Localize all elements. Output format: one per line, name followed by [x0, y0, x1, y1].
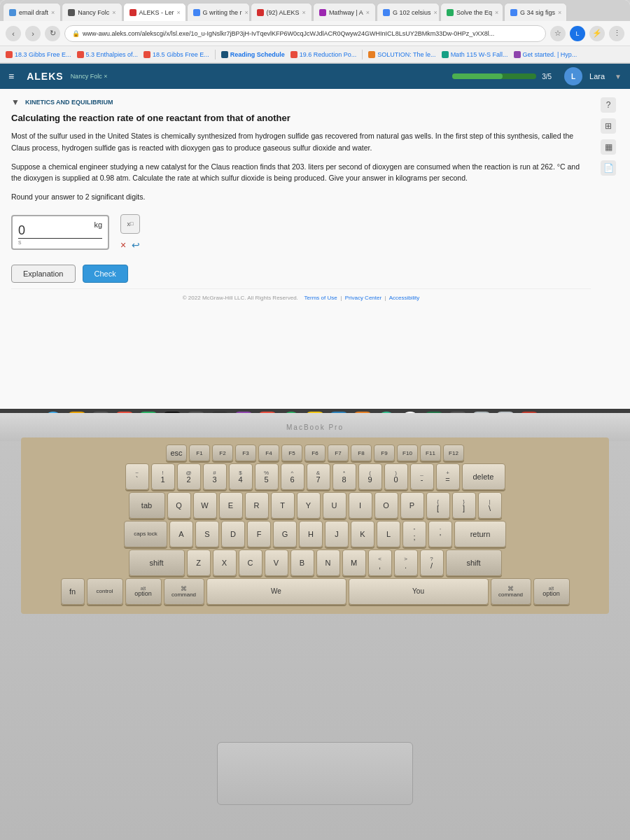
key-y[interactable]: Y [297, 492, 321, 519]
browser-tab-aleks[interactable]: ALEKS - Ler × [123, 3, 186, 21]
menu-button[interactable]: ⋮ [609, 26, 624, 41]
key-b[interactable]: B [290, 550, 314, 576]
key-e[interactable]: E [219, 492, 243, 519]
back-button[interactable]: ‹ [6, 26, 21, 41]
key-rbracket[interactable]: }] [452, 492, 476, 519]
key-quote[interactable]: '' [428, 521, 452, 547]
key-4[interactable]: $4 [229, 463, 253, 490]
key-f12[interactable]: F12 [443, 444, 464, 461]
bookmark-solution[interactable]: SOLUTION: The le... [368, 51, 435, 58]
key-g[interactable]: G [273, 521, 297, 547]
browser-tab-google2[interactable]: G 102 celsius × [377, 3, 440, 21]
collapse-arrow[interactable]: ▼ [11, 97, 20, 107]
hamburger-icon[interactable]: ≡ [8, 71, 14, 82]
accessibility-link[interactable]: Accessibility [389, 295, 420, 301]
key-v[interactable]: V [265, 550, 288, 576]
answer-input-box[interactable]: kg 0 s [11, 215, 109, 250]
key-w[interactable]: W [193, 492, 217, 519]
key-u[interactable]: U [323, 492, 346, 519]
key-f[interactable]: F [247, 521, 271, 547]
key-f9[interactable]: F9 [374, 444, 395, 461]
browser-tab-mathway[interactable]: Mathway | A × [313, 3, 376, 21]
bookmark-gibbs2[interactable]: 18.5 Gibbs Free E... [144, 51, 209, 58]
browser-tab-email[interactable]: email draft × [3, 3, 61, 21]
key-f10[interactable]: F10 [397, 444, 418, 461]
key-esc[interactable]: esc [166, 444, 187, 461]
key-a[interactable]: A [169, 521, 193, 547]
key-f1[interactable]: F1 [189, 444, 210, 461]
key-f3[interactable]: F3 [235, 444, 256, 461]
key-p[interactable]: P [400, 492, 424, 519]
help-icon[interactable]: ? [601, 97, 616, 113]
tab-close-8[interactable]: × [495, 9, 498, 16]
key-space[interactable]: We [206, 578, 346, 605]
key-q[interactable]: Q [167, 492, 191, 519]
terms-link[interactable]: Terms of Use [304, 295, 337, 301]
key-1[interactable]: !1 [151, 463, 175, 490]
key-6[interactable]: ^6 [281, 463, 304, 490]
tab-close-2[interactable]: × [112, 9, 115, 16]
key-l[interactable]: L [377, 521, 400, 547]
key-2[interactable]: @2 [177, 463, 201, 490]
browser-tab-solve[interactable]: Solve the Eq × [440, 3, 503, 21]
key-space-2[interactable]: You [349, 578, 489, 605]
key-shift-left[interactable]: shift [129, 550, 185, 576]
superscript-button[interactable]: x□ [120, 214, 140, 234]
user-avatar[interactable]: L [564, 67, 582, 85]
key-command-right[interactable]: ⌘command [491, 578, 531, 605]
undo-button[interactable]: ↩ [132, 239, 140, 251]
key-f6[interactable]: F6 [304, 444, 326, 461]
browser-tab-google3[interactable]: G 34 sig figs × [504, 3, 567, 21]
key-x[interactable]: X [213, 550, 237, 576]
bookmark-hypothesis[interactable]: Get started. | Hyp... [514, 51, 578, 58]
key-backtick[interactable]: ~` [125, 463, 149, 490]
key-f11[interactable]: F11 [420, 444, 441, 461]
tab-close-4[interactable]: × [245, 9, 248, 16]
key-t[interactable]: T [271, 492, 295, 519]
key-0[interactable]: )0 [384, 463, 408, 490]
key-z[interactable]: Z [187, 550, 211, 576]
key-delete[interactable]: delete [462, 463, 505, 490]
browser-tab-nancy[interactable]: Nancy Folc × [62, 3, 122, 21]
key-f7[interactable]: F7 [328, 444, 349, 461]
tab-close[interactable]: × [51, 9, 55, 16]
key-i[interactable]: I [349, 492, 372, 519]
key-return[interactable]: return [454, 521, 506, 547]
key-5[interactable]: %5 [255, 463, 279, 490]
key-lbracket[interactable]: {[ [426, 492, 450, 519]
key-option-left[interactable]: altoption [125, 578, 162, 605]
key-comma[interactable]: <, [368, 550, 392, 576]
privacy-link[interactable]: Privacy Center [345, 295, 382, 301]
key-r[interactable]: R [245, 492, 269, 519]
user-dropdown-arrow[interactable]: ▼ [615, 73, 622, 80]
key-equals[interactable]: += [436, 463, 460, 490]
chart-icon[interactable]: ▦ [601, 139, 616, 155]
tab-close-7[interactable]: × [433, 9, 437, 16]
tab-close-6[interactable]: × [366, 9, 370, 16]
bookmark-reduction[interactable]: 19.6 Reduction Po... [290, 51, 357, 58]
grid-icon[interactable]: ⊞ [601, 118, 616, 134]
key-j[interactable]: J [325, 521, 349, 547]
key-caps[interactable]: caps lock [124, 521, 167, 547]
key-minus[interactable]: _- [410, 463, 434, 490]
browser-tab-google1[interactable]: G writing the r × [187, 3, 250, 21]
key-d[interactable]: D [221, 521, 245, 547]
key-n[interactable]: N [316, 550, 340, 576]
key-7[interactable]: &7 [307, 463, 330, 490]
key-9[interactable]: (9 [358, 463, 382, 490]
extensions-button[interactable]: ⚡ [589, 26, 605, 41]
key-c[interactable]: C [239, 550, 262, 576]
key-f2[interactable]: F2 [212, 444, 233, 461]
key-s[interactable]: S [195, 521, 219, 547]
key-control[interactable]: control [87, 578, 123, 605]
bookmark-math115[interactable]: Math 115 W-S Fall... [442, 51, 508, 58]
key-m[interactable]: M [342, 550, 366, 576]
key-o[interactable]: O [374, 492, 398, 519]
browser-tab-aleks2[interactable]: (92) ALEKS × [251, 3, 312, 21]
tab-close-9[interactable]: × [558, 9, 561, 16]
check-button[interactable]: Check [83, 265, 128, 283]
bookmark-gibbs1[interactable]: 18.3 Gibbs Free E... [6, 51, 71, 58]
nav-item-1[interactable]: Nancy Folc × [71, 73, 108, 80]
key-period[interactable]: >. [394, 550, 418, 576]
key-f8[interactable]: F8 [351, 444, 372, 461]
